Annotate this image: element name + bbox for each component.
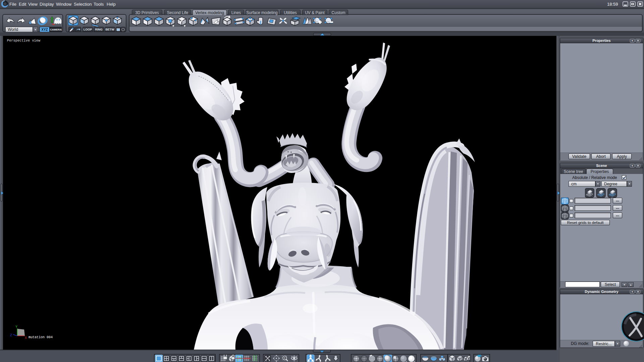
svg-text:X: X: [25, 336, 27, 340]
svg-text:Y: Y: [15, 325, 17, 329]
svg-text:Z: Z: [10, 334, 12, 337]
svg-text:mutation 004: mutation 004: [29, 336, 53, 339]
